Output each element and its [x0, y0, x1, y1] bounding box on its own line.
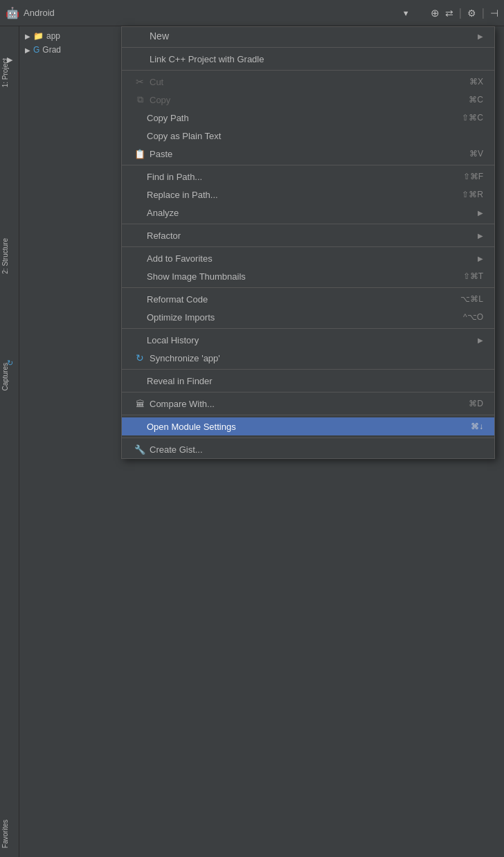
separator-8	[122, 369, 494, 370]
copy-icon: ⧉	[133, 94, 147, 105]
sidebar-tab-favorites[interactable]: Favorites	[0, 815, 19, 852]
find-path-label: Find in Path...	[147, 172, 463, 182]
menu-item-find-in-path[interactable]: Find in Path... ⇧⌘F	[122, 168, 494, 186]
synchronize-label: Synchronize 'app'	[150, 353, 483, 363]
menu-item-open-module-settings[interactable]: Open Module Settings ⌘↓	[122, 417, 494, 435]
refactor-label: Refactor	[147, 231, 472, 241]
separator-10	[122, 415, 494, 415]
copy-path-label: Copy Path	[147, 113, 462, 123]
compare-with-shortcut: ⌘D	[469, 399, 483, 408]
reformat-shortcut: ⌥⌘L	[460, 294, 483, 304]
top-toolbar: 🤖 Android ▼ ⊕ ⇄ | ⚙ | ⊣	[0, 0, 504, 26]
menu-item-optimize-imports[interactable]: Optimize Imports ^⌥O	[122, 308, 494, 326]
separator-6	[122, 287, 494, 288]
new-label: New	[150, 30, 472, 42]
separator-1	[122, 47, 494, 48]
create-gist-label: Create Gist...	[150, 444, 483, 455]
link-cpp-label: Link C++ Project with Gradle	[150, 54, 483, 64]
gist-icon: 🔧	[133, 444, 147, 455]
menu-item-new[interactable]: New ▶	[122, 27, 494, 45]
menu-item-reveal-finder[interactable]: Reveal in Finder	[122, 372, 494, 390]
module-settings-label: Open Module Settings	[147, 422, 471, 432]
menu-item-add-favorites[interactable]: Add to Favorites ▶	[122, 249, 494, 267]
copy-label: Copy	[150, 95, 469, 105]
project-panel: ▶ 📁 app ▶ G Grad	[19, 26, 123, 82]
module-settings-shortcut: ⌘↓	[471, 422, 483, 431]
menu-item-local-history[interactable]: Local History ▶	[122, 331, 494, 349]
local-history-label: Local History	[147, 335, 472, 345]
separator-2	[122, 70, 494, 71]
panel-icon[interactable]: ⊣	[490, 8, 498, 19]
app-label: app	[46, 31, 60, 41]
favorites-label: Add to Favorites	[147, 253, 472, 264]
optimize-label: Optimize Imports	[147, 312, 463, 323]
local-history-submenu-arrow: ▶	[478, 336, 483, 344]
menu-item-synchronize[interactable]: ↻ Synchronize 'app'	[122, 349, 494, 367]
copy-path-shortcut: ⇧⌘C	[462, 113, 483, 123]
menu-item-analyze[interactable]: Analyze ▶	[122, 204, 494, 222]
optimize-shortcut: ^⌥O	[463, 312, 483, 322]
menu-item-show-thumbnails[interactable]: Show Image Thumbnails ⇧⌘T	[122, 267, 494, 285]
cut-label: Cut	[150, 77, 469, 87]
sync-icon-menu: ↻	[133, 352, 147, 363]
folder-icon: 📁	[33, 31, 44, 41]
menu-item-copy-path[interactable]: Copy Path ⇧⌘C	[122, 109, 494, 127]
analyze-submenu-arrow: ▶	[478, 209, 483, 217]
add-icon[interactable]: ⊕	[431, 7, 440, 19]
separator-5	[122, 246, 494, 247]
separator-11	[122, 437, 494, 438]
separator-9	[122, 392, 494, 393]
project-item-gradle[interactable]: ▶ G Grad	[19, 43, 123, 57]
android-icon: 🤖	[6, 6, 19, 19]
dropdown-arrow-icon[interactable]: ▼	[402, 9, 410, 17]
divider-2: |	[482, 7, 485, 19]
settings-icon[interactable]: ⚙	[467, 8, 476, 19]
arrow-icon-2: ▶	[25, 46, 30, 54]
platform-label: Android	[24, 8, 402, 18]
cut-icon: ✂	[133, 76, 147, 87]
thumbnails-label: Show Image Thumbnails	[147, 271, 463, 282]
menu-item-create-gist[interactable]: 🔧 Create Gist...	[122, 440, 494, 458]
reformat-label: Reformat Code	[147, 294, 460, 305]
new-submenu-arrow: ▶	[478, 33, 483, 40]
paste-label: Paste	[150, 149, 469, 159]
project-item-app[interactable]: ▶ 📁 app	[19, 29, 123, 43]
menu-item-replace-in-path[interactable]: Replace in Path... ⇧⌘R	[122, 186, 494, 204]
menu-item-copy-plain[interactable]: Copy as Plain Text	[122, 127, 494, 145]
menu-item-paste[interactable]: 📋 Paste ⌘V	[122, 145, 494, 163]
menu-item-refactor[interactable]: Refactor ▶	[122, 226, 494, 244]
menu-item-compare-with[interactable]: 🏛 Compare With... ⌘D	[122, 395, 494, 413]
menu-item-link-cpp[interactable]: Link C++ Project with Gradle	[122, 50, 494, 68]
gradle-label: Grad	[42, 45, 61, 55]
sidebar-icon-project: ▶	[3, 53, 17, 66]
gradle-icon: G	[33, 45, 39, 55]
replace-path-shortcut: ⇧⌘R	[462, 190, 483, 199]
analyze-label: Analyze	[147, 208, 472, 218]
separator-4	[122, 224, 494, 224]
paste-icon: 📋	[133, 149, 147, 159]
copy-plain-label: Copy as Plain Text	[147, 131, 483, 141]
replace-path-label: Replace in Path...	[147, 190, 462, 200]
menu-item-reformat[interactable]: Reformat Code ⌥⌘L	[122, 290, 494, 308]
separator-7	[122, 328, 494, 329]
thumbnails-shortcut: ⇧⌘T	[463, 271, 483, 281]
find-path-shortcut: ⇧⌘F	[463, 172, 483, 181]
context-menu: New ▶ Link C++ Project with Gradle ✂ Cut…	[121, 26, 495, 459]
refactor-submenu-arrow: ▶	[478, 232, 483, 240]
menu-item-copy[interactable]: ⧉ Copy ⌘C	[122, 91, 494, 109]
sidebar-tab-structure[interactable]: 2: Structure	[0, 234, 19, 278]
sidebar-icon-captures: ↻	[3, 356, 17, 370]
cut-shortcut: ⌘X	[469, 77, 483, 87]
copy-shortcut: ⌘C	[469, 95, 483, 105]
separator-3	[122, 165, 494, 165]
compare-icon: 🏛	[133, 399, 147, 409]
divider-1: |	[459, 7, 462, 19]
compare-with-label: Compare With...	[150, 399, 469, 409]
paste-shortcut: ⌘V	[469, 149, 483, 159]
favorites-submenu-arrow: ▶	[478, 255, 483, 262]
arrow-icon: ▶	[25, 33, 30, 40]
reveal-finder-label: Reveal in Finder	[147, 376, 483, 386]
menu-item-cut[interactable]: ✂ Cut ⌘X	[122, 73, 494, 91]
sync-icon[interactable]: ⇄	[445, 8, 453, 19]
